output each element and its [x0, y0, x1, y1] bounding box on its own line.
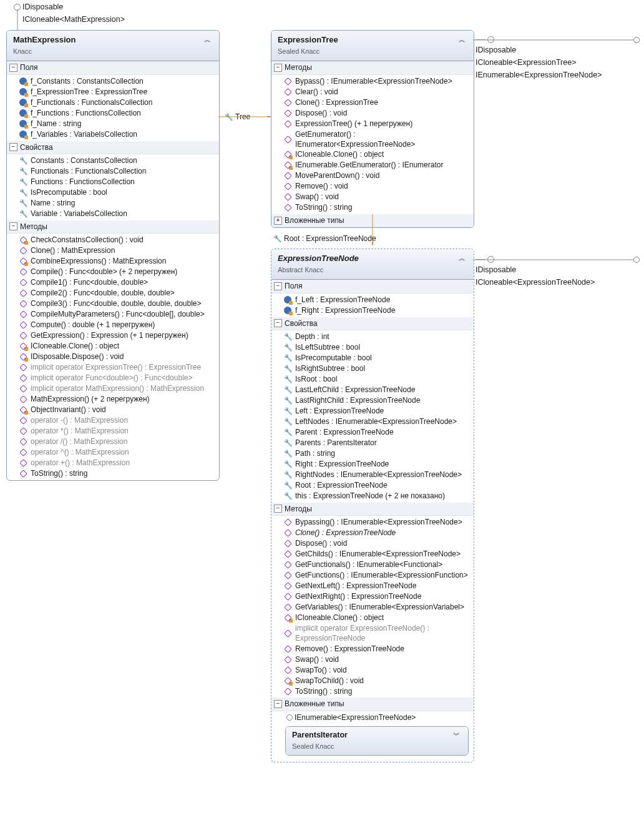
- member-row[interactable]: ICloneable.Clone() : object: [9, 341, 219, 352]
- member-row[interactable]: Functions : FunctionsCollection: [9, 177, 219, 187]
- section-methods[interactable]: −Методы: [271, 61, 474, 74]
- class-parentsiterator[interactable]: ParentsIterator Sealed Класс ︾: [285, 726, 469, 756]
- member-row[interactable]: ICloneable.Clone() : object: [274, 613, 474, 623]
- member-row[interactable]: Parents : ParentsIterator: [274, 438, 474, 448]
- member-row[interactable]: IsPrecomputable : bool: [9, 187, 219, 198]
- member-row[interactable]: ICloneable.Clone() : object: [274, 149, 474, 160]
- member-row[interactable]: Bypass() : IEnumerable<ExpressionTreeNod…: [274, 76, 474, 87]
- class-header[interactable]: ExpressionTree Sealed Класс ︽: [271, 31, 474, 61]
- member-row[interactable]: IsPrecomputable : bool: [274, 353, 474, 363]
- member-row[interactable]: ToString() : string: [274, 686, 474, 696]
- member-row[interactable]: CompileMultyParameters() : Func<double[]…: [9, 309, 219, 320]
- member-row[interactable]: SwapToChild() : void: [274, 675, 474, 686]
- member-row[interactable]: Swap() : void: [274, 192, 474, 202]
- member-row[interactable]: f_Variables : VariabelsCollection: [9, 129, 219, 140]
- minus-icon[interactable]: −: [9, 64, 17, 72]
- member-row[interactable]: Variable : VariabelsCollection: [9, 209, 219, 219]
- class-header[interactable]: ParentsIterator Sealed Класс ︾: [286, 727, 468, 756]
- member-row[interactable]: Dispose() : void: [274, 538, 474, 549]
- member-row[interactable]: f_ExpressionTree : ExpressionTree: [9, 87, 219, 97]
- member-row[interactable]: Depth : int: [274, 332, 474, 342]
- member-row[interactable]: IsLeftSubtree : bool: [274, 342, 474, 353]
- member-row[interactable]: Right : ExpressionTreeNode: [274, 459, 474, 470]
- member-row[interactable]: GetVariables() : IEnumerable<ExpressionV…: [274, 602, 474, 613]
- member-row[interactable]: operator ^() : MathExpression: [9, 447, 219, 458]
- member-row[interactable]: this : ExpressionTreeNode (+ 2 не показа…: [274, 491, 474, 501]
- member-row[interactable]: Remove() : ExpressionTreeNode: [274, 643, 474, 654]
- member-row[interactable]: LastLeftChild : ExpressionTreeNode: [274, 385, 474, 395]
- member-row[interactable]: CheckConstatnsCollection() : void: [9, 235, 219, 245]
- member-row[interactable]: LastRightChild : ExpressionTreeNode: [274, 395, 474, 406]
- minus-icon[interactable]: −: [274, 700, 282, 708]
- section-nested[interactable]: −Вложенные типы: [271, 697, 474, 711]
- expand-icon[interactable]: ︾: [451, 730, 462, 741]
- minus-icon[interactable]: −: [274, 282, 282, 290]
- member-row[interactable]: operator +() : MathExpression: [9, 458, 219, 468]
- member-row[interactable]: Root : ExpressionTreeNode: [274, 480, 474, 491]
- member-row[interactable]: Constants : ConstantsCollection: [9, 155, 219, 166]
- minus-icon[interactable]: −: [274, 319, 282, 327]
- member-row[interactable]: Compile() : Func<double> (+ 2 перегружен…: [9, 267, 219, 277]
- minus-icon[interactable]: −: [274, 64, 282, 72]
- minus-icon[interactable]: −: [9, 143, 17, 151]
- member-row[interactable]: Compile2() : Func<double, double, double…: [9, 288, 219, 298]
- collapse-icon[interactable]: ︽: [457, 253, 467, 264]
- member-row[interactable]: implicit operator MathExpression() : Mat…: [9, 383, 219, 394]
- section-fields[interactable]: −Поля: [271, 280, 474, 293]
- member-row[interactable]: Compile1() : Func<double, double>: [9, 277, 219, 288]
- member-row[interactable]: MoveParentDown() : void: [274, 170, 474, 181]
- member-row[interactable]: GetNextLeft() : ExpressionTreeNode: [274, 581, 474, 591]
- member-row[interactable]: Compile3() : Func<double, double, double…: [9, 298, 219, 309]
- member-row[interactable]: GetEnumerator() : IEnumerator<Expression…: [274, 129, 474, 149]
- member-row[interactable]: Clone() : MathExpression: [9, 245, 219, 256]
- member-row[interactable]: RightNodes : IEnumerable<ExpressionTreeN…: [274, 470, 474, 480]
- member-row[interactable]: f_Constants : ConstantsCollection: [9, 76, 219, 87]
- member-row[interactable]: Name : string: [9, 198, 219, 209]
- member-row[interactable]: f_Left : ExpressionTreeNode: [274, 295, 474, 305]
- member-row[interactable]: IDisposable.Dispose() : void: [9, 352, 219, 362]
- member-row[interactable]: operator /() : MathExpression: [9, 436, 219, 447]
- member-row[interactable]: ExpressionTree() (+ 1 перегружен): [274, 119, 474, 129]
- member-row[interactable]: ToString() : string: [274, 202, 474, 213]
- collapse-icon[interactable]: ︽: [202, 34, 213, 45]
- member-row[interactable]: Parent : ExpressionTreeNode: [274, 427, 474, 438]
- member-row[interactable]: IsRoot : bool: [274, 374, 474, 385]
- member-row[interactable]: Path : string: [274, 448, 474, 459]
- member-row[interactable]: MathExpression() (+ 2 перегружен): [9, 394, 219, 405]
- member-row[interactable]: Compute() : double (+ 1 перегружен): [9, 320, 219, 330]
- class-expressiontree[interactable]: ExpressionTree Sealed Класс ︽ −Методы By…: [271, 30, 474, 228]
- member-row[interactable]: Clear() : void: [274, 87, 474, 97]
- member-row[interactable]: Swap() : void: [274, 654, 474, 664]
- member-row[interactable]: ToString() : string: [9, 468, 219, 479]
- member-row[interactable]: f_Functionals : FunctionalsCollection: [9, 97, 219, 108]
- class-header[interactable]: ExpressionTreeNode Abstract Класс ︽: [271, 249, 474, 280]
- member-row[interactable]: Clone() : ExpressionTree: [274, 97, 474, 108]
- member-row[interactable]: LeftNodes : IEnumerable<ExpressionTreeNo…: [274, 416, 474, 427]
- section-methods[interactable]: −Методы: [7, 220, 219, 234]
- member-row[interactable]: ObjectInvariant() : void: [9, 405, 219, 415]
- member-row[interactable]: IsRightSubtree : bool: [274, 363, 474, 374]
- member-row[interactable]: f_Name : string: [9, 119, 219, 129]
- section-methods[interactable]: −Методы: [271, 503, 474, 516]
- member-row[interactable]: IEnumerable.GetEnumerator() : IEnumerato…: [274, 160, 474, 170]
- plus-icon[interactable]: +: [274, 217, 282, 225]
- member-row[interactable]: Remove() : void: [274, 181, 474, 192]
- class-header[interactable]: MathExpression Класс ︽: [7, 31, 219, 61]
- collapse-icon[interactable]: ︽: [457, 34, 467, 45]
- member-row[interactable]: Bypassing() : IEnumerable<ExpressionTree…: [274, 517, 474, 528]
- member-row[interactable]: GetFunctionals() : IEnumerable<Functiona…: [274, 559, 474, 570]
- section-nested[interactable]: +Вложенные типы: [271, 214, 474, 227]
- member-row[interactable]: Left : ExpressionTreeNode: [274, 406, 474, 416]
- member-row[interactable]: Clone() : ExpressionTreeNode: [274, 528, 474, 538]
- member-row[interactable]: f_Right : ExpressionTreeNode: [274, 305, 474, 316]
- member-row[interactable]: f_Functions : FunctionsCollection: [9, 108, 219, 119]
- member-row[interactable]: operator *() : MathExpression: [9, 426, 219, 436]
- minus-icon[interactable]: −: [9, 222, 17, 230]
- member-row[interactable]: SwapTo() : void: [274, 664, 474, 675]
- member-row[interactable]: implicit operator ExpressionTreeNode() :…: [274, 623, 474, 643]
- member-row[interactable]: GetExpression() : Expression (+ 1 перегр…: [9, 330, 219, 341]
- section-fields[interactable]: −Поля: [7, 61, 219, 74]
- section-props[interactable]: −Свойства: [7, 141, 219, 154]
- member-row[interactable]: implicit operator Func<double>() : Func<…: [9, 373, 219, 383]
- member-row[interactable]: GetNextRight() : ExpressionTreeNode: [274, 591, 474, 602]
